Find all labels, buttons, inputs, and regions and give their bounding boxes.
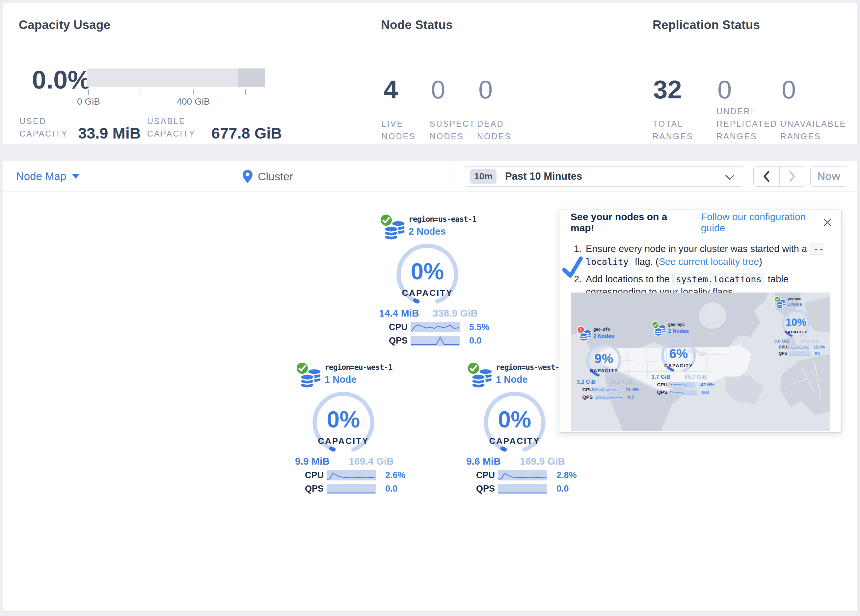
capacity-percent: 9% — [571, 351, 641, 366]
usable-capacity-label-line: CAPACITY — [147, 129, 196, 138]
live-nodes-count: 4 — [384, 75, 398, 105]
total-value: 338.9 GiB — [433, 308, 478, 319]
healthy-check-icon — [379, 213, 394, 227]
suspect-nodes-count: 0 — [431, 75, 445, 105]
locality-tree-link[interactable]: See current locality tree — [659, 256, 759, 267]
time-forward-button[interactable] — [779, 166, 805, 186]
map-pin-icon — [243, 170, 253, 183]
breadcrumb[interactable]: Cluster — [243, 161, 293, 191]
node-status-section: Node Status 4 0 0 LIVENODES SUSPECTNODES… — [378, 3, 642, 144]
qps-value: 0.0 — [702, 390, 709, 395]
replication-status-section: Replication Status 32 0 0 TOTALRANGES UN… — [650, 3, 860, 144]
dead-nodes-count: 0 — [479, 75, 493, 105]
now-button[interactable]: Now — [810, 166, 847, 187]
used-capacity: USEDCAPACITY 33.9 MiB — [19, 115, 144, 140]
view-dropdown[interactable]: Node Map — [16, 161, 79, 191]
total-ranges-count: 32 — [653, 75, 682, 105]
qps-label: QPS — [582, 395, 594, 400]
qps-metric-row: QPS 0.0 — [476, 484, 578, 494]
step-1: 1.Ensure every node in your cluster was … — [573, 243, 828, 268]
close-icon[interactable] — [823, 218, 832, 227]
cpu-metric-row: CPU 2.6% — [305, 470, 407, 480]
total-value: 65.7 GiB — [684, 374, 706, 380]
healthy-check-icon — [295, 361, 309, 375]
qps-sparkline — [411, 335, 460, 346]
cpu-value: 2.6% — [385, 470, 406, 480]
cpu-label: CPU — [657, 382, 667, 388]
usable-capacity-label-line: USABLE — [147, 116, 186, 126]
cpu-metric-row: CPU 12.3% — [779, 345, 825, 350]
map-node-geo-nyc[interactable]: geo=nyc 2 Nodes 6% CAPACITY 3.7 GiB 65.7… — [650, 321, 723, 395]
capacity-gauge: 0% CAPACITY — [376, 243, 507, 307]
cpu-sparkline — [326, 470, 376, 480]
capacity-percent: 10% — [766, 316, 826, 328]
region-name: region=us-east-1 — [409, 215, 476, 223]
qps-value: 0.0 — [815, 351, 821, 356]
map-node-geo-sfo[interactable]: 1 geo=sfo 2 Nodes 9% CAPACITY — [575, 326, 649, 400]
cpu-metric-row: CPU 42.5% — [657, 382, 714, 388]
svg-text:1: 1 — [579, 328, 582, 332]
region-node-count[interactable]: 2 Nodes — [593, 333, 614, 339]
capacity-percent: 0% — [361, 258, 493, 285]
cpu-sparkline — [498, 470, 547, 480]
used-value: 3.2 GiB — [577, 379, 596, 385]
under-replicated-label: UNDER-REPLICATEDRANGES — [716, 105, 777, 143]
chevron-left-icon — [763, 171, 770, 182]
used-capacity-label-line: USED — [19, 116, 46, 126]
region-name: region=eu-west-1 — [325, 363, 392, 371]
view-dropdown-label: Node Map — [16, 170, 66, 183]
capacity-gauge: 9% CAPACITY — [575, 342, 649, 378]
capacity-usage-section: Capacity Usage 0.0% 0 GiB 400 GiB USEDCA… — [16, 3, 372, 144]
usable-capacity-value: 677.8 GiB — [211, 124, 282, 142]
region-marker-us-east-1[interactable]: region=us-east-1 2 Nodes 0% CAPACITY 14.… — [376, 214, 507, 346]
total-value: 34.4 GiB — [801, 339, 819, 343]
used-value: 14.4 MiB — [379, 308, 419, 319]
step-number: 1. — [574, 243, 582, 255]
time-range-badge: 10m — [470, 169, 496, 183]
time-back-button[interactable] — [754, 166, 779, 186]
region-node-count[interactable]: 1 Node — [325, 374, 392, 385]
qps-label: QPS — [389, 335, 411, 346]
step-text: flag. ( — [632, 256, 659, 267]
toolbar: Node Map Cluster 10m Past 10 Minutes Now — [3, 161, 857, 192]
region-node-count[interactable]: 1 Node — [788, 302, 802, 307]
cpu-sparkline — [593, 387, 620, 393]
live-nodes-label: LIVENODES — [381, 118, 416, 143]
dead-nodes-label: DEADNODES — [477, 118, 511, 143]
total-ranges-label: TOTALRANGES — [653, 118, 694, 143]
cpu-metric-row: CPU 2.8% — [476, 470, 578, 480]
qps-value: 0.0 — [469, 335, 482, 346]
region-name: geo=sfo — [593, 327, 614, 332]
cpu-label: CPU — [389, 322, 411, 332]
region-marker-eu-west-1[interactable]: region=eu-west-1 1 Node 0% CAPACITY 9.9 … — [292, 362, 424, 494]
cpu-value: 5.5% — [469, 322, 490, 332]
capacity-usage-title: Capacity Usage — [19, 18, 110, 32]
region-name: geo=nyc — [668, 322, 689, 327]
cpu-value: 2.8% — [556, 470, 577, 480]
capacity-percent: 0% — [278, 406, 409, 433]
qps-label: QPS — [305, 484, 326, 494]
qps-metric-row: QPS 0.0 — [389, 335, 491, 346]
qps-metric-row: QPS 0.0 — [305, 484, 407, 494]
cpu-value: 42.5% — [700, 382, 714, 388]
qps-metric-row: QPS 4.7 — [582, 395, 639, 400]
total-value: 169.4 GiB — [349, 456, 394, 467]
cpu-sparkline — [787, 345, 810, 350]
map-node-geo-ams[interactable]: geo=ams 1 Node 10% CAPACITY 3.6 GiB 34.4… — [773, 296, 830, 356]
total-value: 169.5 GiB — [520, 456, 565, 467]
popup-header: See your nodes on a map! Follow our conf… — [559, 210, 841, 235]
node-map-panel: region=us-east-1 2 Nodes 0% CAPACITY 14.… — [3, 192, 857, 612]
region-node-count[interactable]: 2 Nodes — [668, 328, 689, 334]
region-node-count[interactable]: 2 Nodes — [409, 226, 476, 237]
cpu-metric-row: CPU 11.0% — [582, 387, 639, 393]
capacity-gauge: 10% CAPACITY — [773, 309, 830, 338]
time-nav — [753, 166, 805, 187]
region-node-count[interactable]: 1 Node — [496, 374, 564, 385]
configuration-guide-link[interactable]: Follow our configuration guide — [701, 211, 830, 234]
cpu-label: CPU — [305, 470, 326, 480]
capacity-label: CAPACITY — [642, 363, 716, 368]
used-capacity-label-line: CAPACITY — [19, 129, 68, 138]
capacity-meter-bar — [86, 69, 265, 87]
time-range-select[interactable]: 10m Past 10 Minutes — [464, 166, 743, 187]
qps-sparkline — [594, 395, 622, 400]
